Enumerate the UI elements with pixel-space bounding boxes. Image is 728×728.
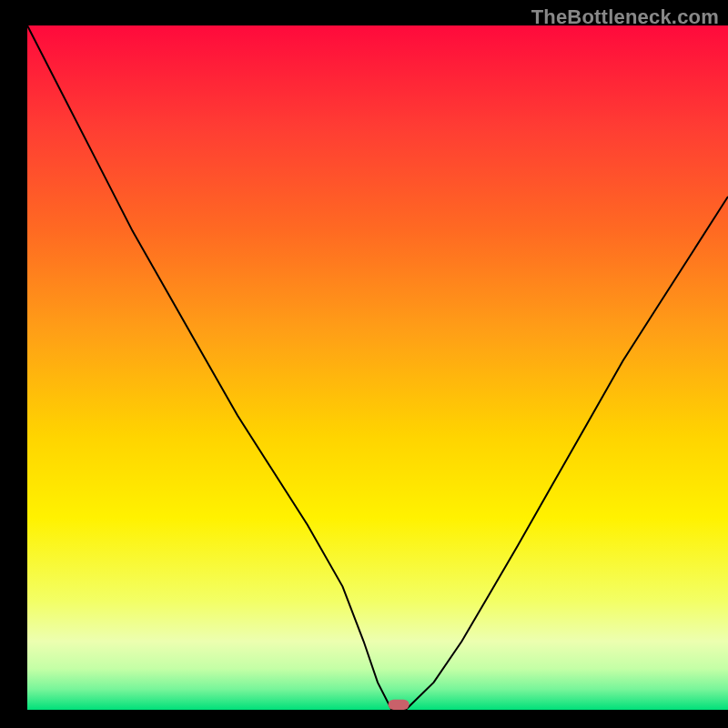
bottleneck-chart: TheBottleneck.com <box>0 0 728 728</box>
plot-background <box>27 25 728 710</box>
chart-svg <box>0 0 728 728</box>
watermark-text: TheBottleneck.com <box>531 5 719 29</box>
optimal-marker <box>389 700 410 710</box>
